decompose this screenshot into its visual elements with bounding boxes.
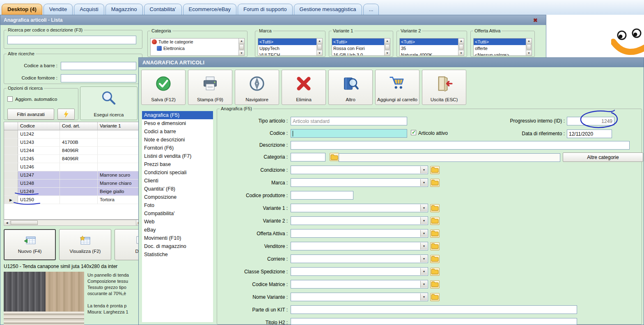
action-button[interactable]: Nuovo (F4): [4, 229, 56, 260]
dropdown-field[interactable]: ▼: [291, 242, 428, 250]
toolbar-button[interactable]: Altro: [328, 70, 373, 105]
table-row[interactable]: U1246: [4, 163, 142, 171]
dropdown-arrow-button[interactable]: ▼: [420, 268, 427, 275]
dialog-nav-item[interactable]: Quantita' (F8): [142, 185, 213, 193]
dropdown-field[interactable]: ▼: [291, 216, 428, 225]
dropdown-arrow-button[interactable]: ▼: [420, 205, 427, 211]
dropdown-field[interactable]: ▼: [291, 229, 428, 238]
folder-button[interactable]: [430, 280, 440, 289]
dialog-nav-item[interactable]: Codici a barre: [142, 127, 213, 136]
scroll-left-icon[interactable]: ◀: [4, 220, 10, 225]
window-title-bar[interactable]: Anagrafica articoli - Lista ✖: [0, 15, 546, 25]
dialog-nav-item[interactable]: Condizioni speciali: [142, 168, 213, 177]
dropdown-arrow-button[interactable]: ▼: [420, 217, 427, 224]
scrollbar-thumb[interactable]: [459, 44, 463, 50]
dropdown-arrow-button[interactable]: ▼: [420, 243, 427, 250]
dropdown-field[interactable]: ▼: [291, 204, 428, 212]
dialog-nav-item[interactable]: Note e descrizioni: [142, 136, 213, 144]
folder-button[interactable]: [430, 230, 440, 238]
scrollbar-thumb[interactable]: [317, 44, 322, 50]
filter-item[interactable]: <Nessun valore>: [474, 52, 526, 55]
articolo-attivo-checkbox[interactable]: ✓: [411, 130, 416, 135]
categoria-path-field[interactable]: [339, 153, 560, 162]
dropdown-field[interactable]: ▼: [291, 255, 428, 263]
app-tab[interactable]: Acquisti: [74, 4, 104, 15]
toolbar-button[interactable]: Navigatore: [235, 70, 279, 105]
scrollbar[interactable]: ▲ ▼: [526, 39, 532, 55]
dropdown-field[interactable]: ▼: [291, 178, 428, 187]
text-field[interactable]: [291, 191, 353, 200]
table-row[interactable]: ▶ U1250 Tortora: [4, 196, 142, 204]
scroll-down-icon[interactable]: ▼: [458, 50, 464, 55]
auto-update-checkbox[interactable]: [7, 96, 13, 102]
horizontal-scrollbar[interactable]: ◀ ▶: [4, 220, 142, 226]
dropdown-field[interactable]: ▼: [291, 267, 428, 276]
dialog-nav-item[interactable]: Anagrafica (F5): [142, 111, 213, 119]
advanced-filters-button[interactable]: Filtri avanzati: [7, 109, 54, 120]
column-header-cod-art[interactable]: Cod. art.: [60, 122, 98, 130]
dialog-nav-item[interactable]: Fornitori (F6): [142, 144, 213, 152]
app-tab[interactable]: ...: [363, 4, 379, 15]
dialog-nav-item[interactable]: Prezzi base: [142, 160, 213, 168]
app-tab[interactable]: Ecommerce/eBay: [183, 4, 237, 15]
scroll-down-icon[interactable]: ▼: [239, 50, 244, 55]
app-tab[interactable]: Contabilita': [144, 4, 182, 15]
toolbar-button[interactable]: Uscita (ESC): [422, 70, 466, 105]
dialog-nav-item[interactable]: Statistiche: [142, 250, 213, 259]
dialog-nav-item[interactable]: Web: [142, 218, 213, 226]
scrollbar[interactable]: ▲ ▼: [384, 39, 390, 55]
scrollbar[interactable]: ▲ ▼: [316, 39, 322, 55]
filter-item[interactable]: <Tutti>: [474, 39, 526, 45]
filter-item[interactable]: offerte: [474, 45, 526, 52]
scroll-down-icon[interactable]: ▼: [317, 50, 322, 55]
dropdown-field[interactable]: ▼: [291, 166, 428, 174]
folder-button[interactable]: [430, 242, 440, 250]
action-button[interactable]: Visualizza (F2): [59, 229, 111, 260]
tipo-articolo-field[interactable]: [291, 117, 407, 125]
altre-categorie-button[interactable]: Altre categorie: [563, 152, 643, 162]
table-row[interactable]: U1244 84096R: [4, 147, 142, 155]
folder-button[interactable]: [430, 268, 440, 276]
dropdown-arrow-button[interactable]: ▼: [420, 230, 427, 237]
scroll-up-icon[interactable]: ▲: [385, 39, 390, 44]
close-icon[interactable]: ✖: [533, 17, 538, 23]
codice-field[interactable]: [291, 129, 407, 138]
filter-item[interactable]: VULTECH: [258, 52, 316, 55]
filter-item[interactable]: UppyTech: [258, 45, 316, 52]
quick-filter-button[interactable]: [57, 109, 75, 120]
toolbar-button[interactable]: Elimina: [282, 70, 326, 105]
app-tab[interactable]: Desktop (4): [2, 4, 42, 15]
filter-item[interactable]: 35: [400, 45, 458, 52]
dropdown-field[interactable]: ▼: [291, 280, 428, 289]
scroll-up-icon[interactable]: ▲: [239, 39, 244, 44]
dialog-nav-item[interactable]: Clienti: [142, 177, 213, 185]
table-row[interactable]: U1249 Beige giallo: [4, 188, 142, 196]
table-row[interactable]: U1248 Marrone chiaro: [4, 180, 142, 188]
dropdown-arrow-button[interactable]: ▼: [420, 166, 427, 173]
dialog-title-bar[interactable]: ANAGRAFICA ARTICOLI: [139, 58, 644, 67]
filter-item[interactable]: Rossa con Fiori: [332, 45, 384, 52]
folder-button[interactable]: [430, 217, 440, 225]
dialog-nav-item[interactable]: eBay: [142, 226, 213, 234]
folder-button[interactable]: [430, 166, 440, 174]
categoria-code-field[interactable]: [291, 153, 325, 161]
column-header-codice[interactable]: Codice: [18, 122, 60, 130]
dialog-nav-item[interactable]: Composizione: [142, 193, 213, 201]
dialog-nav-item[interactable]: Peso e dimensioni: [142, 119, 213, 127]
filter-item[interactable]: Naturale 4000K: [400, 52, 458, 55]
run-search-button[interactable]: Esegui ricerca: [80, 86, 138, 120]
text-field[interactable]: [291, 318, 577, 325]
filter-item[interactable]: 16 GB Usb 3.0: [332, 52, 384, 55]
barcode-input[interactable]: [61, 62, 136, 70]
dialog-nav-item[interactable]: Listini di vendita (F7): [142, 152, 213, 160]
toolbar-button[interactable]: Salva (F12): [141, 70, 186, 105]
toolbar-button[interactable]: Aggiungi al carrello: [375, 70, 419, 105]
text-field[interactable]: [291, 305, 577, 314]
dialog-nav-item[interactable]: Doc. di magazzino: [142, 242, 213, 250]
filter-item[interactable]: <Tutti>: [258, 39, 316, 45]
filter-item[interactable]: <Tutti>: [400, 39, 458, 45]
toolbar-button[interactable]: Stampa (F9): [188, 70, 232, 105]
dropdown-arrow-button[interactable]: ▼: [420, 293, 427, 300]
dialog-nav-item[interactable]: Compatibilita': [142, 209, 213, 218]
scrollbar[interactable]: ▲ ▼: [458, 39, 464, 55]
